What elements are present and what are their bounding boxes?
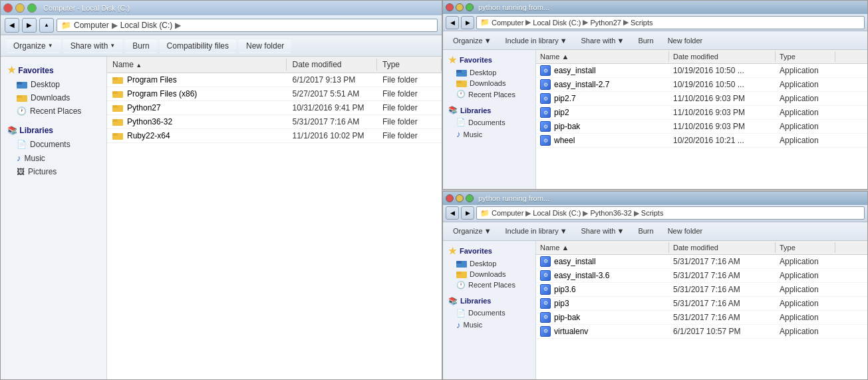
br-new-folder-button[interactable]: New folder — [662, 225, 709, 237]
br-path-computer[interactable]: Computer — [492, 209, 523, 217]
col-header-name[interactable]: Name ▲ — [107, 59, 287, 71]
br-address-path[interactable]: 📁 Computer ▶ Local Disk (C:) ▶ Python36-… — [476, 206, 865, 220]
table-row[interactable]: ⚙ pip2 11/10/2016 9:03 PM Application — [536, 106, 867, 120]
sidebar-item-recent-places[interactable]: 🕐 Recent Places — [1, 104, 106, 118]
libraries-section[interactable]: 📚 Libraries — [1, 123, 106, 138]
br-back-button[interactable]: ◀ — [446, 206, 459, 220]
tr-path-drive[interactable]: Local Disk (C:) — [533, 19, 581, 27]
table-row[interactable]: ⚙ wheel 10/20/2016 10:21 ... Application — [536, 134, 867, 148]
br-organize-button[interactable]: Organize ▼ — [447, 225, 498, 237]
table-row[interactable]: Ruby22-x64 11/1/2016 10:02 PM File folde… — [107, 129, 442, 143]
up-button[interactable]: ▲ — [39, 18, 54, 33]
tr-col-name[interactable]: Name ▲ — [536, 51, 669, 62]
tr-sidebar-recent[interactable]: 🕐 Recent Places — [443, 89, 535, 100]
br-sidebar-recent[interactable]: 🕐 Recent Places — [443, 280, 535, 291]
tr-favorites-section[interactable]: ★ Favorites — [443, 53, 535, 67]
tr-path-scripts[interactable]: Scripts — [631, 19, 653, 27]
left-sidebar: ★ Favorites Desktop Downloads 🕐 Recent P… — [1, 57, 107, 379]
tr-libraries-section[interactable]: 📚 Libraries — [443, 104, 535, 116]
br-path-drive[interactable]: Local Disk (C:) — [533, 209, 581, 217]
col-header-date[interactable]: Date modified — [287, 59, 377, 71]
br-sidebar-downloads[interactable]: Downloads — [443, 269, 535, 280]
share-with-button[interactable]: Share with▼ — [63, 39, 123, 53]
br-app-icon-5: ⚙ — [540, 326, 551, 337]
table-row[interactable]: Program Files 6/1/2017 9:13 PM File fold… — [107, 73, 442, 87]
recent-places-icon: 🕐 — [17, 106, 27, 116]
tr-path-python[interactable]: Python27 — [590, 19, 621, 27]
br-minimize-button[interactable] — [456, 194, 464, 202]
br-path-python[interactable]: Python36-32 — [590, 209, 631, 217]
br-libraries-section[interactable]: 📚 Libraries — [443, 295, 535, 307]
table-row[interactable]: Python27 10/31/2016 9:41 PM File folder — [107, 101, 442, 115]
br-sidebar-documents[interactable]: 📄 Documents — [443, 307, 535, 319]
tr-burn-button[interactable]: Burn — [632, 35, 659, 47]
path-computer[interactable]: Computer — [74, 21, 109, 30]
br-organize-arrow: ▼ — [484, 227, 492, 235]
table-row[interactable]: Python36-32 5/31/2017 7:16 AM File folde… — [107, 115, 442, 129]
sidebar-item-music[interactable]: ♪ Music — [1, 151, 106, 165]
table-row[interactable]: ⚙ pip-bak 5/31/2017 7:16 AM Application — [536, 311, 867, 325]
file-name-cell: Program Files — [107, 75, 287, 85]
br-close-button[interactable] — [446, 194, 454, 202]
table-row[interactable]: ⚙ easy_install 10/19/2016 10:50 ... Appl… — [536, 64, 867, 78]
table-row[interactable]: ⚙ pip-bak 11/10/2016 9:03 PM Application — [536, 120, 867, 134]
tr-organize-button[interactable]: Organize ▼ — [447, 35, 498, 47]
br-col-type[interactable]: Type — [776, 242, 835, 253]
tr-col-date[interactable]: Date modified — [669, 51, 776, 62]
tr-new-folder-button[interactable]: New folder — [662, 35, 709, 47]
sidebar-item-desktop[interactable]: Desktop — [1, 78, 106, 91]
favorites-section[interactable]: ★ Favorites — [1, 62, 106, 78]
tr-include-in-library-button[interactable]: Include in library ▼ — [500, 35, 573, 47]
address-path[interactable]: 📁 Computer ▶ Local Disk (C:) ▶ — [57, 19, 438, 32]
tr-sidebar-documents[interactable]: 📄 Documents — [443, 116, 535, 128]
br-favorites-section[interactable]: ★ Favorites — [443, 244, 535, 258]
tr-sidebar-music[interactable]: ♪ Music — [443, 128, 535, 140]
br-app-icon-2: ⚙ — [540, 284, 551, 295]
sidebar-item-downloads[interactable]: Downloads — [1, 91, 106, 104]
top-right-back-button[interactable]: ◀ — [446, 16, 459, 29]
top-right-maximize-button[interactable] — [466, 3, 474, 11]
minimize-button[interactable] — [15, 3, 25, 13]
left-file-list: Name ▲ Date modified Type Program Files … — [107, 57, 442, 379]
burn-button[interactable]: Burn — [125, 39, 156, 53]
maximize-button[interactable] — [27, 3, 37, 13]
close-button[interactable] — [3, 3, 13, 13]
new-folder-button[interactable]: New folder — [239, 39, 291, 53]
tr-sidebar-desktop[interactable]: Desktop — [443, 67, 535, 78]
table-row[interactable]: ⚙ pip3 5/31/2017 7:16 AM Application — [536, 297, 867, 311]
table-row[interactable]: ⚙ pip3.6 5/31/2017 7:16 AM Application — [536, 283, 867, 297]
br-app-icon-3: ⚙ — [540, 298, 551, 309]
br-share-with-button[interactable]: Share with ▼ — [575, 225, 631, 237]
tr-col-type[interactable]: Type — [776, 51, 835, 62]
path-drive[interactable]: Local Disk (C:) — [120, 21, 173, 30]
br-sidebar-music[interactable]: ♪ Music — [443, 319, 535, 331]
table-row[interactable]: Program Files (x86) 5/27/2017 5:51 AM Fi… — [107, 87, 442, 101]
top-right-address-path[interactable]: 📁 Computer ▶ Local Disk (C:) ▶ Python27 … — [476, 16, 865, 29]
compatibility-files-button[interactable]: Compatibility files — [160, 39, 236, 53]
table-row[interactable]: ⚙ pip2.7 11/10/2016 9:03 PM Application — [536, 92, 867, 106]
br-path-scripts[interactable]: Scripts — [641, 209, 664, 217]
br-forward-button[interactable]: ▶ — [461, 206, 474, 220]
tr-sidebar-downloads[interactable]: Downloads — [443, 78, 535, 89]
forward-button[interactable]: ▶ — [22, 18, 37, 33]
table-row[interactable]: ⚙ easy_install-2.7 10/19/2016 10:50 ... … — [536, 78, 867, 92]
table-row[interactable]: ⚙ easy_install 5/31/2017 7:16 AM Applica… — [536, 255, 867, 269]
br-sidebar-desktop[interactable]: Desktop — [443, 258, 535, 269]
organize-button[interactable]: Organize▼ — [6, 39, 61, 53]
br-col-date[interactable]: Date modified — [669, 242, 776, 253]
br-col-name[interactable]: Name ▲ — [536, 242, 669, 253]
br-maximize-button[interactable] — [466, 194, 474, 202]
br-include-in-library-button[interactable]: Include in library ▼ — [500, 225, 573, 237]
top-right-close-button[interactable] — [446, 3, 454, 11]
br-burn-button[interactable]: Burn — [632, 225, 659, 237]
sidebar-item-pictures[interactable]: 🖼 Pictures — [1, 165, 106, 178]
sidebar-item-documents[interactable]: 📄 Documents — [1, 138, 106, 151]
back-button[interactable]: ◀ — [5, 18, 19, 33]
table-row[interactable]: ⚙ virtualenv 6/1/2017 10:57 PM Applicati… — [536, 325, 867, 339]
table-row[interactable]: ⚙ easy_install-3.6 5/31/2017 7:16 AM App… — [536, 269, 867, 283]
tr-path-computer[interactable]: Computer — [492, 19, 523, 27]
top-right-forward-button[interactable]: ▶ — [461, 16, 474, 29]
top-right-minimize-button[interactable] — [456, 3, 464, 11]
col-header-type[interactable]: Type — [377, 59, 442, 71]
tr-share-with-button[interactable]: Share with ▼ — [575, 35, 631, 47]
